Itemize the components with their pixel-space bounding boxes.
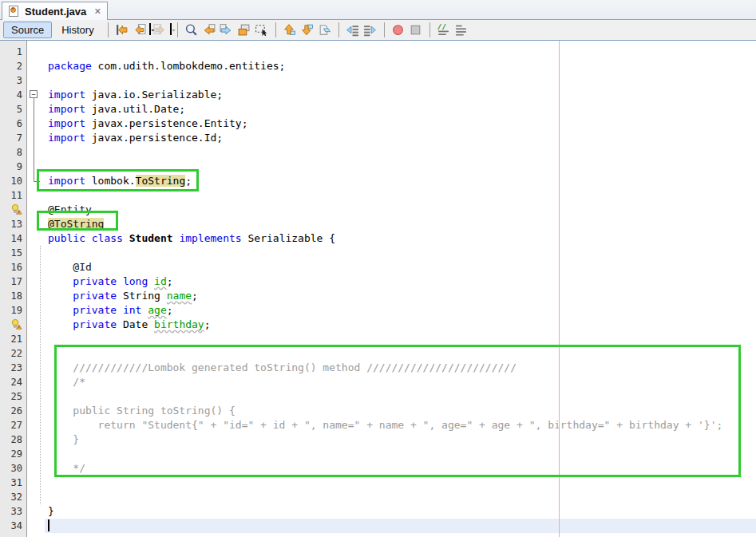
- code-editor[interactable]: 1234567891011131415161718192122232425262…: [0, 41, 756, 537]
- line-number[interactable]: 11: [0, 188, 26, 203]
- find-selection-icon[interactable]: [184, 22, 200, 38]
- line-number[interactable]: 25: [0, 389, 26, 404]
- code-line[interactable]: private int age;: [45, 303, 756, 318]
- find-previous-icon[interactable]: [201, 22, 217, 38]
- line-number[interactable]: 9: [0, 160, 26, 174]
- line-number[interactable]: 17: [0, 274, 26, 289]
- code-fold-column: −: [28, 41, 45, 537]
- last-edit-icon[interactable]: [114, 22, 130, 38]
- code-line[interactable]: [45, 346, 756, 361]
- line-number[interactable]: 34: [0, 519, 26, 533]
- back-icon[interactable]: [132, 22, 148, 38]
- forward-icon[interactable]: [152, 22, 168, 38]
- record-macro-icon[interactable]: [390, 22, 406, 38]
- code-line[interactable]: [45, 490, 756, 504]
- code-line[interactable]: public String toString() {: [45, 404, 756, 418]
- toggle-highlight-icon[interactable]: [236, 22, 252, 38]
- code-line[interactable]: /*: [45, 375, 756, 389]
- code-line[interactable]: import javax.persistence.Entity;: [45, 116, 756, 131]
- back-dropdown-icon[interactable]: [149, 23, 151, 35]
- code-line[interactable]: private String name;: [45, 289, 756, 303]
- line-number[interactable]: 32: [0, 490, 26, 504]
- code-line[interactable]: [45, 145, 756, 160]
- line-number[interactable]: 4: [0, 88, 26, 102]
- code-line[interactable]: [45, 45, 756, 59]
- code-line[interactable]: private Date birthday;: [45, 318, 756, 332]
- line-number[interactable]: 16: [0, 260, 26, 274]
- line-number[interactable]: 14: [0, 231, 26, 246]
- line-number[interactable]: 6: [0, 116, 26, 131]
- line-number[interactable]: 8: [0, 145, 26, 160]
- bulb-warning-icon[interactable]: [0, 318, 26, 332]
- line-number[interactable]: 2: [0, 59, 26, 73]
- line-number-gutter[interactable]: 1234567891011131415161718192122232425262…: [0, 41, 27, 537]
- line-number[interactable]: 19: [0, 303, 26, 318]
- shift-right-icon[interactable]: [362, 22, 378, 38]
- code-line[interactable]: [45, 160, 756, 174]
- code-area[interactable]: package com.udith.lombokdemo.entities;im…: [45, 41, 756, 537]
- toolbar-separator: [338, 22, 339, 38]
- code-line[interactable]: @ToString: [45, 217, 756, 231]
- code-line[interactable]: }: [45, 504, 756, 519]
- line-number[interactable]: 24: [0, 375, 26, 389]
- line-number[interactable]: 5: [0, 102, 26, 116]
- comment-icon[interactable]: //: [436, 22, 452, 38]
- line-number[interactable]: 1: [0, 45, 26, 59]
- code-line[interactable]: [45, 476, 756, 490]
- next-bookmark-icon[interactable]: [299, 22, 315, 38]
- line-number[interactable]: 27: [0, 418, 26, 432]
- forward-dropdown-icon[interactable]: [170, 23, 172, 35]
- stop-macro-icon[interactable]: [408, 22, 424, 38]
- code-line[interactable]: import javax.persistence.Id;: [45, 131, 756, 145]
- code-line[interactable]: [45, 389, 756, 404]
- code-line[interactable]: [45, 188, 756, 203]
- line-number[interactable]: 22: [0, 346, 26, 361]
- code-line[interactable]: [45, 73, 756, 88]
- code-line[interactable]: ////////////Lombok generated toString() …: [45, 361, 756, 375]
- tab-student-java[interactable]: Student.java ×: [2, 2, 108, 20]
- code-line[interactable]: [45, 447, 756, 461]
- code-line[interactable]: public class Student implements Serializ…: [45, 231, 756, 246]
- fold-guide-class: [40, 246, 41, 504]
- fold-collapse-icon[interactable]: −: [30, 90, 38, 98]
- line-number[interactable]: 26: [0, 404, 26, 418]
- code-line[interactable]: }: [45, 432, 756, 447]
- code-line[interactable]: [45, 519, 756, 533]
- line-number[interactable]: 21: [0, 332, 26, 346]
- code-line[interactable]: [45, 332, 756, 346]
- line-number[interactable]: 29: [0, 447, 26, 461]
- line-number[interactable]: 30: [0, 461, 26, 476]
- bulb-warning-icon[interactable]: [0, 203, 26, 217]
- line-number[interactable]: 10: [0, 174, 26, 188]
- code-line[interactable]: */: [45, 461, 756, 476]
- code-line[interactable]: [45, 246, 756, 260]
- toggle-bookmark-icon[interactable]: [317, 22, 333, 38]
- source-view-button[interactable]: Source: [3, 22, 52, 38]
- tab-close-icon[interactable]: ×: [91, 6, 101, 17]
- line-number[interactable]: 3: [0, 73, 26, 88]
- line-number[interactable]: 15: [0, 246, 26, 260]
- code-line[interactable]: return "Student{" + "id=" + id + ", name…: [45, 418, 756, 432]
- line-number[interactable]: 13: [0, 217, 26, 231]
- history-view-button[interactable]: History: [53, 22, 101, 38]
- code-line[interactable]: import java.util.Date;: [45, 102, 756, 116]
- find-next-icon[interactable]: [219, 22, 235, 38]
- line-number[interactable]: 18: [0, 289, 26, 303]
- line-number[interactable]: 7: [0, 131, 26, 145]
- code-line[interactable]: import lombok.ToString;: [45, 174, 756, 188]
- line-number[interactable]: 23: [0, 361, 26, 375]
- editor-tab-strip: Student.java ×: [0, 0, 756, 20]
- shift-left-icon[interactable]: [345, 22, 361, 38]
- code-line[interactable]: private long id;: [45, 274, 756, 289]
- line-number[interactable]: 31: [0, 476, 26, 490]
- uncomment-icon[interactable]: [453, 22, 469, 38]
- code-line[interactable]: package com.udith.lombokdemo.entities;: [45, 59, 756, 73]
- line-number[interactable]: 33: [0, 504, 26, 519]
- rectangular-selection-icon[interactable]: [254, 22, 270, 38]
- previous-bookmark-icon[interactable]: [282, 22, 298, 38]
- code-line[interactable]: import java.io.Serializable;: [45, 88, 756, 102]
- line-number[interactable]: 28: [0, 432, 26, 447]
- toolbar-separator: [177, 22, 178, 38]
- code-line[interactable]: @Entity: [45, 203, 756, 217]
- code-line[interactable]: @Id: [45, 260, 756, 274]
